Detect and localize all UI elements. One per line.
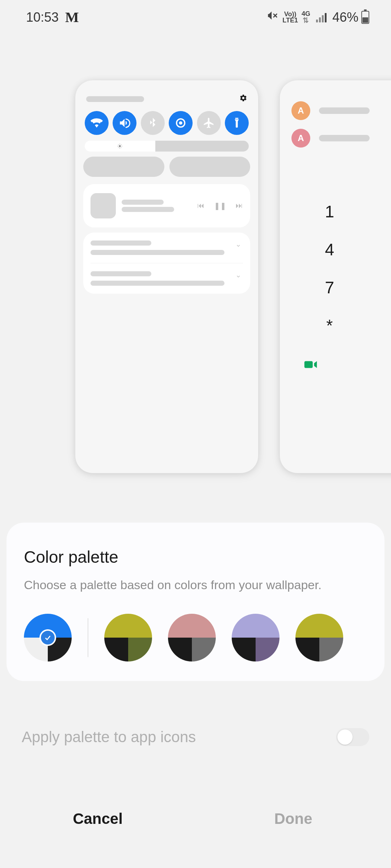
svg-line-10 bbox=[121, 144, 122, 145]
apply-palette-label: Apply palette to app icons bbox=[22, 728, 196, 746]
chevron-down-icon: ⌄ bbox=[235, 271, 241, 279]
contact-name-placeholder bbox=[319, 135, 370, 141]
svg-point-1 bbox=[180, 122, 182, 124]
key-4: 4 bbox=[288, 230, 371, 268]
notification-item: ⌄ bbox=[91, 233, 243, 263]
dialer-actions bbox=[288, 347, 391, 383]
gear-icon bbox=[239, 93, 247, 105]
apply-palette-row: Apply palette to app icons bbox=[22, 728, 369, 746]
recent-contact: A bbox=[291, 129, 391, 148]
network-gen-indicator: 4G ⇅ bbox=[302, 11, 310, 23]
status-time: 10:53 bbox=[26, 10, 59, 25]
key-1: 1 bbox=[288, 192, 371, 230]
swatch-divider bbox=[88, 618, 88, 657]
brightness-slider bbox=[85, 141, 249, 152]
sheet-subtitle: Choose a palette based on colors from yo… bbox=[24, 577, 367, 593]
prev-icon: ⏮ bbox=[197, 201, 205, 210]
volte-indicator: Vo)) LTE1 bbox=[282, 11, 298, 23]
battery-indicator: 46% bbox=[332, 10, 369, 25]
sound-icon bbox=[113, 111, 136, 135]
signal-icon bbox=[316, 12, 327, 22]
airplane-icon bbox=[197, 111, 221, 135]
sheet-title: Color palette bbox=[24, 547, 367, 567]
key-2: 2 bbox=[371, 192, 391, 230]
avatar: A bbox=[291, 101, 310, 120]
status-bar: 10:53 M Vo)) LTE1 4G ⇅ 46% bbox=[0, 0, 391, 34]
palette-swatch-3[interactable] bbox=[232, 614, 279, 661]
svg-line-7 bbox=[118, 144, 119, 145]
notification-group: ⌄ ⌄ bbox=[83, 233, 250, 294]
gmail-icon: M bbox=[65, 9, 78, 26]
key-8: 8 bbox=[371, 268, 391, 306]
done-button[interactable]: Done bbox=[196, 810, 391, 827]
next-icon: ⏭ bbox=[236, 201, 243, 210]
dialer-preview[interactable]: A A 010 1 2 4 5 7 8 * 0 bbox=[280, 80, 391, 473]
svg-point-2 bbox=[119, 145, 121, 147]
vibrate-mute-icon bbox=[266, 9, 279, 25]
wifi-icon bbox=[85, 111, 109, 135]
palette-swatches bbox=[24, 614, 367, 661]
svg-line-8 bbox=[121, 147, 122, 148]
chevron-down-icon: ⌄ bbox=[235, 240, 241, 248]
palette-swatch-0[interactable] bbox=[24, 614, 72, 661]
qp-header bbox=[86, 93, 247, 105]
key-0: 0 bbox=[371, 306, 391, 344]
svg-rect-11 bbox=[304, 361, 313, 368]
key-star: * bbox=[288, 306, 371, 344]
battery-icon bbox=[361, 11, 369, 24]
media-control: ⏮ ❚❚ ⏭ bbox=[83, 184, 250, 227]
bottom-buttons: Cancel Done bbox=[0, 810, 391, 827]
notification-item: ⌄ bbox=[91, 263, 243, 294]
avatar: A bbox=[291, 129, 310, 148]
video-call-icon bbox=[302, 356, 319, 374]
pause-icon: ❚❚ bbox=[214, 201, 226, 210]
status-right: Vo)) LTE1 4G ⇅ 46% bbox=[266, 9, 369, 25]
quick-toggles bbox=[85, 111, 249, 135]
palette-swatch-1[interactable] bbox=[104, 614, 152, 661]
preview-row[interactable]: ⏮ ❚❚ ⏭ ⌄ ⌄ A A 010 1 2 4 5 bbox=[75, 80, 391, 473]
media-buttons: ⏮ ❚❚ ⏭ bbox=[197, 201, 243, 210]
quick-panel-preview[interactable]: ⏮ ❚❚ ⏭ ⌄ ⌄ bbox=[75, 80, 258, 473]
palette-swatch-2[interactable] bbox=[168, 614, 216, 661]
key-7: 7 bbox=[288, 268, 371, 306]
status-left: 10:53 M bbox=[26, 9, 78, 26]
device-control-pills bbox=[83, 157, 250, 177]
palette-swatch-4[interactable] bbox=[295, 614, 343, 661]
check-icon bbox=[39, 629, 56, 646]
color-palette-sheet: Color palette Choose a palette based on … bbox=[7, 523, 384, 681]
contact-name-placeholder bbox=[319, 107, 370, 114]
media-text-placeholder bbox=[122, 197, 192, 214]
album-art-placeholder bbox=[91, 193, 116, 218]
key-5: 5 bbox=[371, 230, 391, 268]
dialed-number: 010 bbox=[288, 156, 391, 183]
bluetooth-icon bbox=[141, 111, 165, 135]
cancel-button[interactable]: Cancel bbox=[0, 810, 196, 827]
carrier-placeholder bbox=[86, 96, 144, 102]
svg-line-9 bbox=[118, 147, 119, 148]
flashlight-icon bbox=[225, 111, 249, 135]
apply-palette-toggle[interactable] bbox=[336, 728, 369, 746]
recent-contact: A bbox=[291, 101, 391, 120]
auto-rotate-icon bbox=[169, 111, 193, 135]
keypad: 1 2 4 5 7 8 * 0 bbox=[288, 192, 391, 344]
